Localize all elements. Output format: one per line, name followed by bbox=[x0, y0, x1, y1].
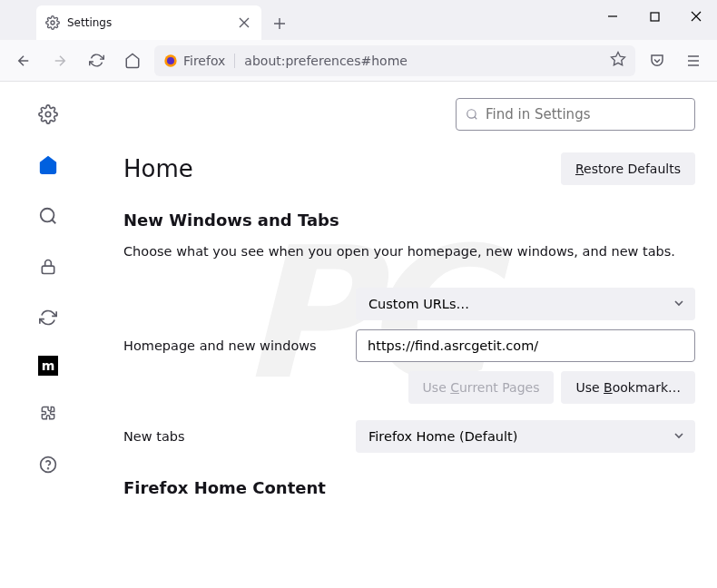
dropdown-value: Firefox Home (Default) bbox=[368, 429, 517, 444]
close-icon[interactable] bbox=[236, 15, 252, 31]
sidebar-help[interactable] bbox=[35, 452, 61, 477]
sidebar-search[interactable] bbox=[35, 203, 61, 229]
dropdown-value: Custom URLs… bbox=[368, 297, 469, 311]
search-icon bbox=[466, 108, 478, 121]
browser-tab[interactable]: Settings bbox=[36, 5, 261, 40]
back-button[interactable] bbox=[9, 46, 38, 75]
svg-rect-1 bbox=[651, 13, 659, 21]
use-bookmark-button[interactable]: Use Bookmark… bbox=[561, 371, 695, 404]
new-tab-button[interactable] bbox=[265, 9, 294, 38]
bookmark-star-icon[interactable] bbox=[610, 51, 626, 71]
identity-label: Firefox bbox=[183, 54, 225, 68]
url-bar[interactable]: Firefox about:preferences#home bbox=[154, 45, 635, 76]
svg-rect-7 bbox=[42, 266, 54, 273]
chevron-down-icon bbox=[673, 297, 684, 311]
homepage-label: Homepage and new windows bbox=[123, 338, 356, 353]
sidebar-more-badge[interactable]: m bbox=[38, 356, 58, 376]
newtabs-label: New tabs bbox=[123, 429, 356, 444]
restore-defaults-button[interactable]: Restore Defaults bbox=[561, 152, 695, 185]
forward-button[interactable] bbox=[45, 46, 74, 75]
menu-button[interactable] bbox=[679, 46, 708, 75]
homepage-url-input[interactable] bbox=[356, 329, 695, 362]
maximize-button[interactable] bbox=[634, 0, 675, 33]
pocket-button[interactable] bbox=[643, 46, 672, 75]
search-input[interactable] bbox=[486, 106, 685, 122]
find-in-settings[interactable] bbox=[456, 98, 695, 131]
sidebar-privacy[interactable] bbox=[35, 254, 61, 279]
use-current-pages-button: Use Current Pages bbox=[408, 371, 555, 404]
section-title-windows-tabs: New Windows and Tabs bbox=[123, 211, 695, 230]
firefox-icon bbox=[163, 54, 178, 68]
homepage-mode-dropdown[interactable]: Custom URLs… bbox=[356, 288, 695, 320]
chevron-down-icon bbox=[673, 429, 684, 444]
sidebar-home[interactable] bbox=[35, 152, 61, 178]
sidebar-extensions[interactable] bbox=[35, 401, 61, 426]
svg-point-10 bbox=[467, 110, 476, 118]
tab-title: Settings bbox=[67, 16, 229, 29]
reload-button[interactable] bbox=[82, 46, 111, 75]
page-title: Home bbox=[123, 155, 193, 182]
svg-point-6 bbox=[41, 209, 54, 222]
sidebar-general[interactable] bbox=[35, 102, 61, 127]
sidebar-sync[interactable] bbox=[35, 305, 61, 330]
svg-point-0 bbox=[51, 21, 54, 24]
newtabs-dropdown[interactable]: Firefox Home (Default) bbox=[356, 420, 695, 453]
gear-icon bbox=[45, 15, 60, 30]
url-text: about:preferences#home bbox=[244, 54, 601, 68]
section-title-home-content: Firefox Home Content bbox=[123, 478, 695, 497]
close-window-button[interactable] bbox=[675, 0, 717, 33]
svg-point-3 bbox=[167, 57, 174, 64]
minimize-button[interactable] bbox=[592, 0, 634, 33]
svg-point-9 bbox=[48, 468, 49, 469]
section-desc: Choose what you see when you open your h… bbox=[123, 242, 695, 260]
identity-box[interactable]: Firefox bbox=[163, 54, 235, 68]
svg-marker-4 bbox=[612, 52, 625, 64]
home-toolbar-button[interactable] bbox=[118, 46, 147, 75]
svg-point-5 bbox=[45, 112, 51, 117]
